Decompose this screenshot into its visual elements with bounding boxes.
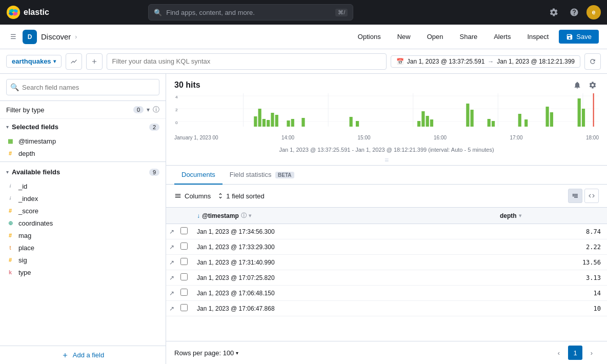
checkbox-cell[interactable]: [178, 270, 191, 286]
sidebar-search-area: 🔍: [0, 74, 166, 101]
expand-row-button[interactable]: ↗: [168, 242, 175, 252]
rows-per-page-selector[interactable]: Rows per page: 100 ▾: [174, 349, 238, 357]
json-view-button[interactable]: [584, 189, 599, 203]
field-name: sig: [18, 256, 159, 264]
timestamp-col-header[interactable]: ↓ @timestamp ⓘ ▾: [191, 208, 494, 224]
available-fields-header[interactable]: ▾ Available fields 9: [0, 164, 166, 180]
help-icon-btn[interactable]: [566, 4, 582, 21]
expand-row-button[interactable]: ↗: [168, 304, 175, 313]
fields-section: ▾ Selected fields 2 ▦ @timestamp # depth…: [0, 119, 166, 346]
filter-chart-btn[interactable]: [66, 53, 82, 70]
chevron-down-icon: ▾: [236, 350, 238, 356]
row-checkbox[interactable]: [180, 273, 188, 280]
checkbox-cell[interactable]: [178, 255, 191, 270]
row-checkbox[interactable]: [180, 242, 188, 250]
svg-point-0: [7, 6, 20, 19]
list-item[interactable]: k type: [0, 266, 166, 278]
date-range-picker[interactable]: 📅 Jan 1, 2023 @ 13:37:25.591 → Jan 1, 20…: [391, 55, 580, 68]
depth-cell: 10: [494, 301, 607, 316]
row-checkbox[interactable]: [180, 227, 188, 234]
table-view-button[interactable]: [568, 189, 582, 203]
add-field-button[interactable]: Add a field: [0, 346, 166, 364]
checkbox-cell[interactable]: [178, 239, 191, 255]
sort-indicator[interactable]: 1 field sorted: [217, 192, 264, 200]
expand-cell[interactable]: ↗: [166, 286, 178, 301]
settings-icon-btn[interactable]: [545, 4, 562, 21]
list-item[interactable]: # sig: [0, 254, 166, 266]
elastic-logo[interactable]: elastic: [6, 5, 49, 19]
row-checkbox[interactable]: [180, 289, 188, 296]
expand-cell[interactable]: ↗: [166, 270, 178, 286]
timestamp-cell: Jan 1, 2023 @ 17:07:25.820: [191, 270, 494, 286]
chart-settings-icon-btn[interactable]: [571, 79, 583, 91]
expand-row-button[interactable]: ↗: [168, 258, 175, 267]
chevron-down-icon: ▾: [6, 124, 9, 130]
selected-fields-header[interactable]: ▾ Selected fields 2: [0, 119, 166, 135]
inspect-button[interactable]: Inspect: [521, 30, 555, 44]
list-item[interactable]: ⊕ coordinates: [0, 217, 166, 229]
expand-cell[interactable]: ↗: [166, 255, 178, 270]
tab-field-statistics[interactable]: Field statistics BETA: [222, 166, 301, 185]
expand-row-button[interactable]: ↗: [168, 289, 175, 298]
number-field-icon: #: [6, 256, 14, 264]
kql-input[interactable]: [107, 53, 387, 70]
expand-cell[interactable]: ↗: [166, 224, 178, 239]
list-item[interactable]: ▦ @timestamp: [0, 135, 166, 147]
chevron-down-icon: ▾: [6, 169, 9, 175]
share-button[interactable]: Share: [454, 30, 484, 44]
tab-documents[interactable]: Documents: [174, 166, 222, 185]
filter-type-row: Filter by type 0 ▾ ⓘ: [0, 101, 166, 119]
list-item[interactable]: i _id: [0, 180, 166, 192]
global-search-bar[interactable]: 🔍 Find apps, content, and more. ⌘/: [148, 4, 353, 21]
geo-field-icon: ⊕: [6, 219, 14, 227]
filter-bar: earthquakes ▾ 📅 Jan 1, 2023 @ 13:37:25.5…: [0, 49, 607, 74]
list-item[interactable]: i _index: [0, 192, 166, 205]
svg-rect-29: [426, 116, 429, 127]
svg-rect-28: [421, 111, 424, 127]
hamburger-menu-btn[interactable]: ☰: [8, 31, 18, 43]
table-row: ↗ Jan 1, 2023 @ 17:06:48.150 14: [166, 286, 607, 301]
prev-page-button[interactable]: ‹: [552, 346, 566, 360]
row-checkbox[interactable]: [180, 304, 188, 311]
content-area: 30 hits 4: [166, 74, 607, 364]
depth-col-header[interactable]: depth ▾: [494, 208, 607, 224]
open-button[interactable]: Open: [421, 30, 450, 44]
available-fields-count: 9: [149, 169, 159, 176]
next-page-button[interactable]: ›: [584, 346, 599, 360]
index-selector[interactable]: earthquakes ▾: [6, 55, 62, 68]
user-avatar[interactable]: e: [586, 5, 601, 19]
expand-row-button[interactable]: ↗: [168, 273, 175, 282]
list-item[interactable]: # _score: [0, 205, 166, 217]
checkbox-cell[interactable]: [178, 286, 191, 301]
chart-resize-handle[interactable]: ≡: [174, 155, 599, 165]
page-1-button[interactable]: 1: [568, 346, 582, 360]
expand-cell[interactable]: ↗: [166, 239, 178, 255]
refresh-button[interactable]: [584, 53, 601, 70]
list-item[interactable]: # depth: [0, 147, 166, 159]
chart-area: 30 hits 4: [166, 74, 607, 166]
row-checkbox[interactable]: [180, 258, 188, 265]
svg-rect-39: [578, 98, 581, 127]
timestamp-cell: Jan 1, 2023 @ 17:06:48.150: [191, 286, 494, 301]
add-filter-btn[interactable]: [86, 53, 103, 70]
expand-row-button[interactable]: ↗: [168, 227, 175, 236]
chart-config-icon-btn[interactable]: [586, 79, 599, 91]
field-search-input[interactable]: [6, 79, 159, 95]
checkbox-cell[interactable]: [178, 301, 191, 316]
field-name: @timestamp: [18, 137, 159, 145]
top-nav: elastic 🔍 Find apps, content, and more. …: [0, 0, 607, 25]
hits-count: 30 hits: [174, 80, 200, 90]
list-item[interactable]: t place: [0, 241, 166, 254]
list-item[interactable]: # mag: [0, 229, 166, 241]
alerts-button[interactable]: Alerts: [488, 30, 517, 44]
options-button[interactable]: Options: [352, 30, 387, 44]
expand-cell[interactable]: ↗: [166, 301, 178, 316]
new-button[interactable]: New: [391, 30, 417, 44]
table-toolbar: Columns 1 field sorted: [166, 185, 607, 208]
columns-button[interactable]: Columns: [174, 192, 211, 200]
search-icon: 🔍: [10, 83, 19, 91]
checkbox-cell[interactable]: [178, 224, 191, 239]
svg-rect-32: [471, 110, 474, 127]
tabs-bar: Documents Field statistics BETA: [166, 166, 607, 185]
save-button[interactable]: Save: [559, 30, 599, 44]
